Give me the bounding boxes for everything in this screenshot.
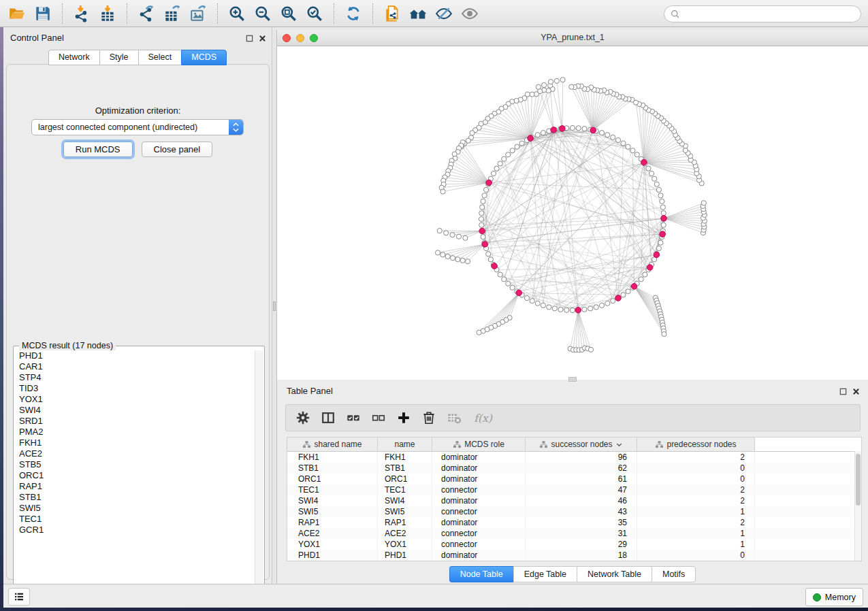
result-node-item[interactable]: CAR1 [14, 361, 255, 372]
network-graph-canvas[interactable] [277, 46, 868, 380]
graph-node-mcds[interactable] [486, 180, 492, 186]
graph-node[interactable] [594, 305, 598, 310]
table-row[interactable]: YOX1YOX1connector291 [287, 539, 861, 550]
graph-node[interactable] [656, 187, 661, 192]
close-panel-icon[interactable] [259, 33, 266, 45]
cell-shared-name[interactable]: FKH1 [287, 452, 378, 463]
hide-selected-icon[interactable] [434, 3, 454, 24]
column-header-successor-nodes[interactable]: successor nodes [526, 437, 637, 451]
horizontal-splitter-grip[interactable] [568, 377, 577, 382]
result-node-item[interactable]: TID3 [14, 383, 255, 394]
table-row[interactable]: ACE2ACE2connector311 [287, 528, 861, 539]
float-table-panel-icon[interactable] [839, 386, 847, 398]
graph-leaf-node[interactable] [450, 233, 455, 237]
graph-node[interactable] [480, 205, 485, 210]
zoom-fit-icon[interactable] [278, 3, 299, 24]
graph-node-mcds[interactable] [661, 216, 667, 222]
graph-node[interactable] [661, 222, 666, 227]
graph-leaf-node[interactable] [437, 228, 442, 233]
graph-node[interactable] [479, 222, 484, 227]
graph-node[interactable] [570, 308, 575, 312]
open-icon[interactable] [7, 3, 27, 24]
graph-node[interactable] [506, 281, 511, 286]
refresh-icon[interactable] [343, 3, 364, 24]
close-panel-button[interactable]: Close panel [142, 142, 213, 157]
graph-node[interactable] [654, 182, 659, 186]
cell-shared-name[interactable]: SWI4 [287, 495, 378, 506]
cell-name[interactable]: SWI5 [378, 506, 432, 517]
tab-style[interactable]: Style [99, 50, 138, 65]
deselect-all-icon[interactable] [371, 410, 386, 426]
graph-leaf-node[interactable] [554, 78, 559, 83]
tab-network-table[interactable]: Network Table [577, 566, 652, 582]
graph-node[interactable] [479, 216, 483, 221]
cell-MCDS-role[interactable]: dominator [432, 517, 526, 528]
graph-node[interactable] [482, 193, 487, 198]
cell-shared-name[interactable]: YOX1 [287, 539, 378, 550]
graph-node[interactable] [649, 171, 654, 176]
result-node-item[interactable]: PMA2 [14, 427, 255, 437]
cell-MCDS-role[interactable]: dominator [432, 474, 526, 484]
graph-leaf-node[interactable] [456, 234, 461, 239]
cell-successor-nodes[interactable]: 35 [526, 517, 637, 528]
cell-predecessor-nodes[interactable]: 1 [637, 528, 755, 539]
graph-node[interactable] [535, 133, 540, 137]
cell-shared-name[interactable]: TEC1 [287, 484, 378, 495]
graph-node[interactable] [519, 141, 524, 146]
graph-node[interactable] [582, 307, 587, 312]
cell-MCDS-role[interactable]: dominator [432, 550, 526, 561]
result-node-item[interactable]: SWI4 [14, 405, 255, 416]
graph-node[interactable] [552, 306, 557, 311]
graph-node[interactable] [658, 240, 663, 245]
table-scrollbar-thumb[interactable] [856, 454, 861, 506]
graph-node-mcds[interactable] [492, 263, 498, 269]
window-minimize-traffic-light[interactable] [296, 34, 304, 42]
graph-node-mcds[interactable] [575, 307, 581, 313]
tab-node-table[interactable]: Node Table [449, 566, 513, 582]
cell-name[interactable]: STB1 [378, 463, 432, 474]
graph-node[interactable] [621, 141, 626, 146]
graph-node[interactable] [502, 277, 507, 282]
graph-node[interactable] [515, 144, 519, 149]
graph-node[interactable] [530, 299, 534, 303]
result-node-item[interactable]: YOX1 [14, 394, 255, 405]
search-box[interactable] [664, 5, 861, 22]
cell-predecessor-nodes[interactable]: 1 [637, 539, 755, 550]
cell-name[interactable]: ORC1 [378, 474, 432, 484]
table-row[interactable]: PHD1PHD1dominator180 [287, 550, 861, 561]
graph-node-mcds[interactable] [647, 265, 653, 271]
graph-node[interactable] [660, 205, 665, 210]
graph-node-mcds[interactable] [551, 127, 557, 133]
table-row[interactable]: FKH1FKH1dominator962 [287, 452, 861, 463]
cell-predecessor-nodes[interactable]: 2 [637, 517, 755, 528]
graph-node[interactable] [506, 152, 511, 157]
new-network-from-selection-icon[interactable] [382, 3, 402, 24]
graph-node[interactable] [484, 187, 489, 192]
table-row[interactable]: RAP1RAP1dominator352 [287, 517, 861, 528]
cell-MCDS-role[interactable]: connector [432, 539, 526, 550]
cell-successor-nodes[interactable]: 47 [526, 484, 637, 495]
graph-leaf-node[interactable] [542, 82, 547, 87]
cell-MCDS-role[interactable]: connector [432, 506, 526, 517]
run-mcds-button[interactable]: Run MCDS [63, 142, 133, 157]
cell-name[interactable]: RAP1 [378, 517, 432, 528]
cell-successor-nodes[interactable]: 96 [526, 452, 637, 463]
cell-name[interactable]: ACE2 [378, 528, 432, 539]
tab-edge-table[interactable]: Edge Table [513, 566, 577, 582]
graph-node-mcds[interactable] [482, 242, 488, 248]
graph-leaf-node[interactable] [662, 331, 666, 336]
graph-node[interactable] [658, 193, 663, 198]
select-all-icon[interactable] [346, 410, 361, 426]
automation-panel-button[interactable] [8, 588, 30, 606]
graph-leaf-node[interactable] [633, 100, 638, 105]
zoom-out-icon[interactable] [253, 3, 273, 24]
graph-node[interactable] [582, 127, 587, 131]
result-node-item[interactable]: STB1 [14, 492, 255, 503]
cell-successor-nodes[interactable]: 31 [526, 528, 637, 539]
graph-node[interactable] [615, 137, 620, 142]
graph-node[interactable] [491, 171, 496, 176]
graph-node-mcds[interactable] [560, 126, 566, 132]
result-node-item[interactable]: STP4 [14, 372, 255, 383]
cell-name[interactable]: SWI4 [378, 495, 432, 506]
table-row[interactable]: SWI5SWI5connector431 [287, 506, 861, 517]
